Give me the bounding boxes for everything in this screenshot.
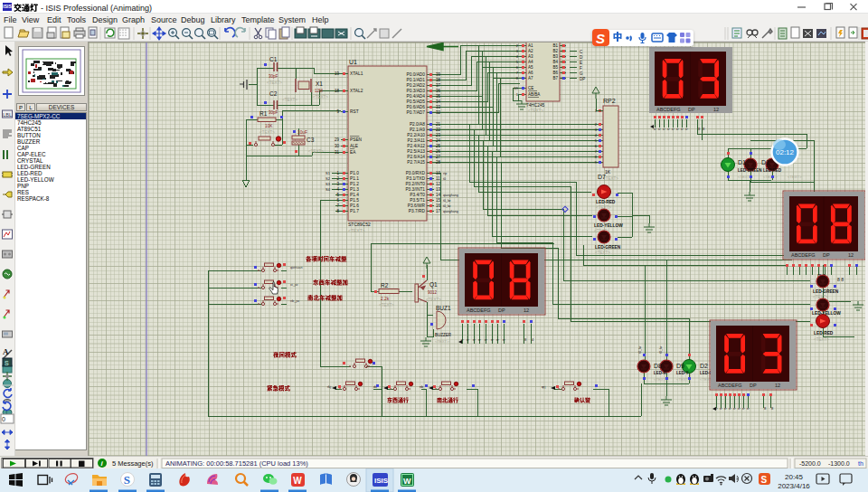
svg-text:8: 8 <box>771 406 774 411</box>
svg-text:C: C <box>580 50 583 54</box>
svg-text:P0.1/AD1: P0.1/AD1 <box>406 78 425 82</box>
svg-text:P3.5/T1: P3.5/T1 <box>410 198 425 203</box>
svg-text:<TEXT>: <TEXT> <box>313 95 328 99</box>
svg-text:PSEN: PSEN <box>350 137 363 142</box>
svg-text:th: th <box>858 460 863 467</box>
svg-text:<TEXT>: <TEXT> <box>435 339 449 344</box>
svg-text:26: 26 <box>436 149 441 154</box>
svg-text:S1: S1 <box>326 171 331 175</box>
svg-text:18: 18 <box>335 89 340 93</box>
svg-text:t0: t0 <box>443 177 446 181</box>
svg-text:1K: 1K <box>605 169 611 175</box>
svg-text:<TEXT>: <TEXT> <box>788 175 802 179</box>
svg-text:A1: A1 <box>528 43 533 48</box>
svg-text:B2: B2 <box>552 49 558 53</box>
svg-text:31: 31 <box>335 150 340 155</box>
svg-text:LED-RED: LED-RED <box>814 331 834 336</box>
svg-text:q: q <box>684 128 688 130</box>
svg-text:B6: B6 <box>552 71 558 75</box>
svg-text:P0.5/AD5: P0.5/AD5 <box>406 99 425 104</box>
svg-text:S3: S3 <box>326 182 331 186</box>
svg-text:P0.6/AD6: P0.6/AD6 <box>406 105 425 109</box>
svg-text:P2.7/A15: P2.7/A15 <box>407 160 425 165</box>
svg-text:<TEXT>: <TEXT> <box>426 298 441 302</box>
svg-text:37: 37 <box>436 83 441 88</box>
svg-text:-1300.0: -1300.0 <box>828 460 850 467</box>
svg-text:8: 8 <box>698 127 701 131</box>
svg-text:19: 19 <box>514 86 519 90</box>
svg-text:10: 10 <box>436 171 441 175</box>
svg-text:D1: D1 <box>738 159 746 166</box>
svg-text:2.2k: 2.2k <box>381 297 390 301</box>
svg-text:8: 8 <box>703 127 705 131</box>
svg-text:ABCDEFG: ABCDEFG <box>791 252 816 258</box>
svg-text:P1.4: P1.4 <box>350 193 359 197</box>
svg-text:23: 23 <box>436 133 441 137</box>
svg-text:xi_jw: xi_jw <box>290 283 298 287</box>
svg-text:P3.4/T0: P3.4/T0 <box>410 193 425 197</box>
svg-text:S: S <box>5 360 9 366</box>
svg-text:XTAL1: XTAL1 <box>350 71 363 76</box>
svg-text:A2: A2 <box>528 49 533 53</box>
svg-text:12M: 12M <box>315 89 323 93</box>
svg-text:ANIMATING: 00:00:58.715281 (CP: ANIMATING: 00:00:58.715281 (CPU load 13%… <box>165 459 308 468</box>
svg-text:C3: C3 <box>307 137 315 143</box>
svg-text:RP2: RP2 <box>603 98 616 104</box>
svg-text:q: q <box>723 408 727 410</box>
svg-text:LED-GREEN: LED-GREEN <box>738 168 762 173</box>
svg-text:<TEXT>: <TEXT> <box>379 303 394 308</box>
svg-text:q: q <box>732 408 736 410</box>
svg-text:-5200.0: -5200.0 <box>799 460 821 467</box>
svg-text:B7: B7 <box>552 76 558 80</box>
svg-text:11: 11 <box>436 176 440 181</box>
svg-text:P2.5/A13: P2.5/A13 <box>407 149 425 154</box>
svg-text:12: 12 <box>775 383 780 388</box>
svg-text:12: 12 <box>436 182 441 186</box>
svg-text:15: 15 <box>436 198 441 203</box>
svg-text:D2: D2 <box>700 363 708 369</box>
svg-text:U1: U1 <box>349 59 357 65</box>
svg-text:P0.3/AD3: P0.3/AD3 <box>406 89 425 93</box>
svg-text:q: q <box>466 339 469 341</box>
svg-text:E: E <box>580 61 582 65</box>
svg-text:C1: C1 <box>269 56 278 62</box>
svg-text:28: 28 <box>436 160 441 165</box>
svg-text:D9: D9 <box>676 363 684 369</box>
svg-text:8 8: 8 8 <box>837 277 844 282</box>
svg-text:LED-YELLOW: LED-YELLOW <box>594 223 623 228</box>
svg-text:q: q <box>657 128 661 130</box>
svg-text:8: 8 <box>524 337 527 342</box>
svg-text:STC89C52: STC89C52 <box>348 222 371 227</box>
svg-text:19: 19 <box>335 71 340 76</box>
svg-text:LED-GREEN: LED-GREEN <box>595 245 621 250</box>
svg-text:9: 9 <box>336 109 339 114</box>
svg-text:qrj: qrj <box>542 385 545 389</box>
svg-text:17: 17 <box>436 209 441 213</box>
svg-text:EA: EA <box>350 150 356 155</box>
svg-text:9012: 9012 <box>428 290 438 295</box>
svg-text:ABCDEFG: ABCDEFG <box>656 107 681 112</box>
svg-text:BUZZER: BUZZER <box>435 333 452 337</box>
svg-text:G: G <box>580 71 583 76</box>
svg-text:<TEXT>: <TEXT> <box>814 337 829 342</box>
svg-text:qiehuan: qiehuan <box>290 266 303 270</box>
svg-text:q: q <box>653 128 656 130</box>
svg-text:P3.3/INT1: P3.3/INT1 <box>405 187 425 192</box>
svg-text:P1.5: P1.5 <box>350 198 359 203</box>
svg-text:P3.7/RD: P3.7/RD <box>409 209 426 213</box>
svg-text:A5: A5 <box>528 65 533 70</box>
svg-text:R1: R1 <box>259 110 268 117</box>
svg-text:DP: DP <box>688 107 695 112</box>
svg-text:P3.1/TXD: P3.1/TXD <box>406 176 425 181</box>
svg-text:P0.7/AD7: P0.7/AD7 <box>406 110 425 115</box>
svg-text:t0_lw: t0_lw <box>638 345 642 354</box>
svg-text:A4: A4 <box>528 60 533 64</box>
svg-text:nb_jw: nb_jw <box>290 299 299 303</box>
svg-text:P2.1/A9: P2.1/A9 <box>410 128 425 132</box>
svg-text:D: D <box>580 55 583 60</box>
svg-text:P3.0/RXD: P3.0/RXD <box>406 171 426 175</box>
svg-text:AB/BA: AB/BA <box>528 92 540 97</box>
svg-text:P1.2: P1.2 <box>350 182 359 186</box>
svg-text:30pF: 30pF <box>269 74 278 79</box>
svg-text:LED-RED: LED-RED <box>763 168 782 173</box>
